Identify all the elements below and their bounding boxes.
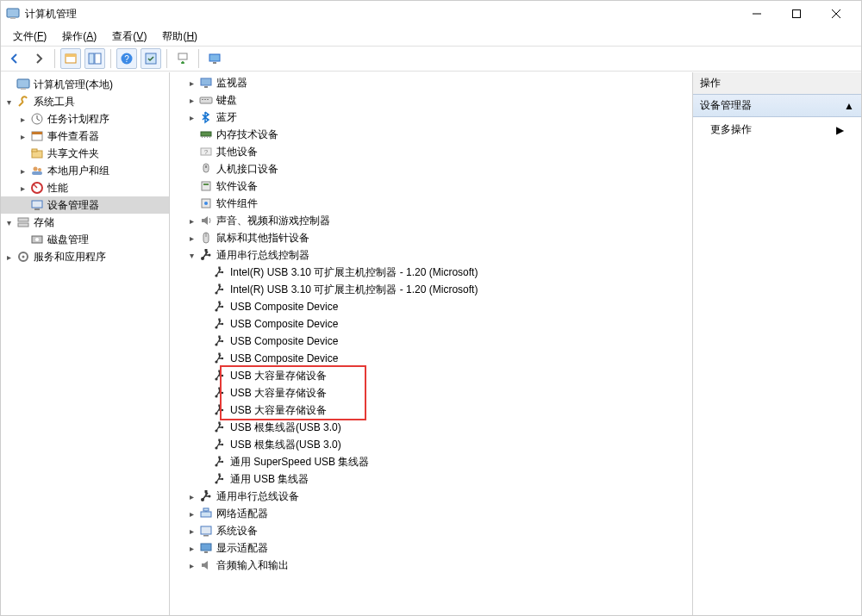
tree-item--[interactable]: ▸本地用户和组 xyxy=(1,162,169,179)
twisty-closed-icon[interactable]: ▸ xyxy=(16,182,28,194)
tree-item--[interactable]: ▸网络适配器 xyxy=(170,505,692,522)
tree-item-label: USB 大容量存储设备 xyxy=(230,403,327,418)
tree-item--[interactable]: ▸人机接口设备 xyxy=(170,160,692,177)
action-button[interactable] xyxy=(141,48,161,69)
app-icon xyxy=(6,7,20,21)
tree-item--[interactable]: ▾存储 xyxy=(1,214,169,231)
tree-item--[interactable]: ▸?其他设备 xyxy=(170,143,692,160)
tree-item--usb-[interactable]: ▸通用 USB 集线器 xyxy=(170,470,692,488)
tree-item-intel-r-usb-3-10-1-20-microsoft-[interactable]: ▸Intel(R) USB 3.10 可扩展主机控制器 - 1.20 (Micr… xyxy=(170,264,692,281)
svg-rect-33 xyxy=(201,78,211,85)
twisty-closed-icon[interactable]: ▸ xyxy=(185,94,197,106)
tree-item--[interactable]: ▸监视器 xyxy=(170,74,692,91)
svg-rect-7 xyxy=(95,53,101,64)
device-tree[interactable]: ▸监视器▸键盘▸蓝牙▸内存技术设备▸?其他设备▸人机接口设备▸软件设备▸软件组件… xyxy=(170,74,692,574)
twisty-open-icon[interactable]: ▾ xyxy=(3,96,15,108)
close-button[interactable] xyxy=(816,1,856,27)
tree-item--[interactable]: ▸磁盘管理 xyxy=(1,231,169,248)
svg-rect-28 xyxy=(18,223,28,227)
svg-rect-56 xyxy=(205,249,208,252)
tree-item-usb-composite-device[interactable]: ▸USB Composite Device xyxy=(170,315,692,333)
svg-rect-100 xyxy=(203,508,209,511)
maximize-button[interactable] xyxy=(777,1,816,27)
refresh-button[interactable] xyxy=(172,48,193,69)
usb-icon xyxy=(213,438,227,451)
twisty-closed-icon[interactable]: ▸ xyxy=(185,215,197,227)
svg-rect-42 xyxy=(207,136,208,138)
tree-item-usb-composite-device[interactable]: ▸USB Composite Device xyxy=(170,298,692,315)
tree-item--[interactable]: ▸计算机管理(本地) xyxy=(1,76,169,93)
svg-rect-40 xyxy=(202,136,203,138)
usb-icon xyxy=(213,455,227,469)
tree-item-label: 通用 SuperSpeed USB 集线器 xyxy=(230,455,369,470)
properties-button[interactable] xyxy=(60,48,81,69)
twisty-closed-icon[interactable]: ▸ xyxy=(16,130,28,142)
svg-rect-99 xyxy=(201,512,211,517)
tree-item--[interactable]: ▸键盘 xyxy=(170,91,692,109)
twisty-closed-icon[interactable]: ▸ xyxy=(3,251,15,263)
twisty-open-icon[interactable]: ▾ xyxy=(3,216,15,228)
tree-item-label: USB Composite Device xyxy=(230,352,338,364)
menu-help[interactable]: 帮助(H) xyxy=(155,28,204,46)
tree-item--[interactable]: ▸设备管理器 xyxy=(1,196,169,214)
tree-item--[interactable]: ▸音频输入和输出 xyxy=(170,557,692,574)
svg-rect-26 xyxy=(34,208,40,210)
tree-item-usb-usb-3-0-[interactable]: ▸USB 根集线器(USB 3.0) xyxy=(170,436,692,453)
tree-item--[interactable]: ▸蓝牙 xyxy=(170,109,692,126)
tree-item--[interactable]: ▸声音、视频和游戏控制器 xyxy=(170,212,692,229)
twisty-closed-icon[interactable]: ▸ xyxy=(185,559,197,571)
tree-item-intel-r-usb-3-10-1-20-microsoft-[interactable]: ▸Intel(R) USB 3.10 可扩展主机控制器 - 1.20 (Micr… xyxy=(170,281,692,298)
nav-tree[interactable]: ▸计算机管理(本地)▾系统工具▸任务计划程序▸事件查看器▸共享文件夹▸本地用户和… xyxy=(1,76,169,265)
tree-item-usb-usb-3-0-[interactable]: ▸USB 根集线器(USB 3.0) xyxy=(170,419,692,436)
tree-item-label: 系统工具 xyxy=(34,95,75,109)
twisty-closed-icon[interactable]: ▸ xyxy=(16,165,28,177)
tree-item--[interactable]: ▸鼠标和其他指针设备 xyxy=(170,229,692,246)
tree-item--[interactable]: ▸显示适配器 xyxy=(170,539,692,557)
tree-item-usb-[interactable]: ▸USB 大容量存储设备 xyxy=(170,401,692,419)
twisty-closed-icon[interactable]: ▸ xyxy=(185,111,197,123)
tree-item--[interactable]: ▸软件设备 xyxy=(170,177,692,195)
tree-item--[interactable]: ▸任务计划程序 xyxy=(1,110,169,128)
tree-item--superspeed-usb-[interactable]: ▸通用 SuperSpeed USB 集线器 xyxy=(170,453,692,470)
usb-icon xyxy=(213,300,227,314)
show-hide-button[interactable] xyxy=(84,48,105,69)
twisty-closed-icon[interactable]: ▸ xyxy=(185,525,197,537)
menu-view[interactable]: 查看(V) xyxy=(105,28,153,46)
minimize-button[interactable] xyxy=(737,1,777,27)
tree-item--[interactable]: ▸服务和应用程序 xyxy=(1,248,169,265)
titlebar[interactable]: 计算机管理 xyxy=(1,1,861,27)
twisty-closed-icon[interactable]: ▸ xyxy=(185,542,197,554)
tree-item--[interactable]: ▸性能 xyxy=(1,179,169,196)
tree-item--[interactable]: ▾通用串行总线控制器 xyxy=(170,246,692,264)
actions-section-header[interactable]: 设备管理器 ▲ xyxy=(692,94,861,117)
tree-item--[interactable]: ▸系统设备 xyxy=(170,522,692,539)
svg-rect-23 xyxy=(32,171,42,175)
tree-item-usb-composite-device[interactable]: ▸USB Composite Device xyxy=(170,333,692,350)
users-groups-icon xyxy=(30,164,44,177)
svg-rect-80 xyxy=(218,388,220,389)
tree-item-label: 显示适配器 xyxy=(216,541,268,556)
twisty-closed-icon[interactable]: ▸ xyxy=(185,232,197,244)
menu-file[interactable]: 文件(F) xyxy=(6,28,53,46)
more-actions-item[interactable]: 更多操作 ▶ xyxy=(693,117,861,142)
twisty-closed-icon[interactable]: ▸ xyxy=(185,490,197,502)
twisty-open-icon[interactable]: ▾ xyxy=(185,249,197,261)
tree-item--[interactable]: ▸共享文件夹 xyxy=(1,145,169,162)
twisty-closed-icon[interactable]: ▸ xyxy=(16,113,28,125)
tree-item--[interactable]: ▸软件组件 xyxy=(170,195,692,212)
svg-rect-37 xyxy=(204,99,206,100)
tree-item-usb-[interactable]: ▸USB 大容量存储设备 xyxy=(170,384,692,401)
monitor-button[interactable] xyxy=(204,48,225,69)
tree-item--[interactable]: ▸通用串行总线设备 xyxy=(170,488,692,505)
twisty-closed-icon[interactable]: ▸ xyxy=(185,507,197,520)
back-button[interactable] xyxy=(4,48,25,69)
tree-item--[interactable]: ▸事件查看器 xyxy=(1,128,169,145)
menu-action[interactable]: 操作(A) xyxy=(55,28,103,46)
help-button[interactable]: ? xyxy=(116,48,137,69)
tree-item-usb-[interactable]: ▸USB 大容量存储设备 xyxy=(170,367,692,384)
twisty-closed-icon[interactable]: ▸ xyxy=(185,77,197,89)
tree-item--[interactable]: ▾系统工具 xyxy=(1,93,169,110)
tree-item--[interactable]: ▸内存技术设备 xyxy=(170,126,692,143)
tree-item-usb-composite-device[interactable]: ▸USB Composite Device xyxy=(170,350,692,367)
forward-button[interactable] xyxy=(28,48,49,69)
